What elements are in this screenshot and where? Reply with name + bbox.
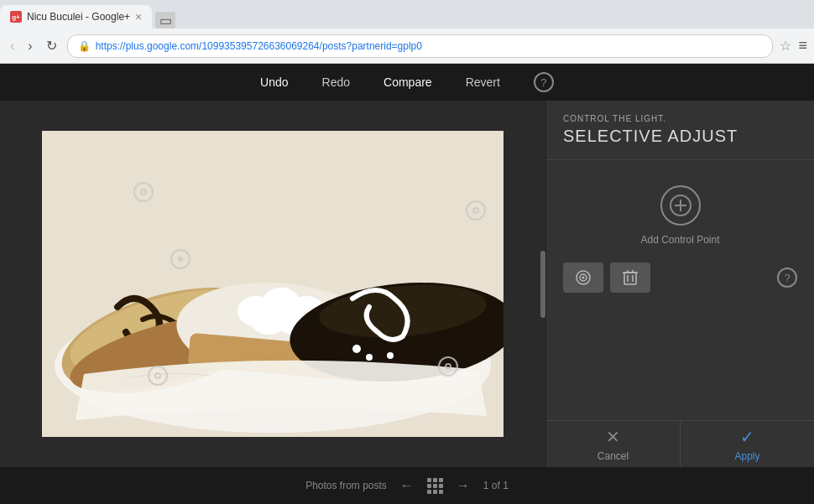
svg-point-14 [352,345,361,353]
cancel-button[interactable]: ✕ Cancel [546,421,681,467]
bottom-bar: Photos from posts ← → 1 of 1 [0,467,814,504]
revert-button[interactable]: Revert [466,75,500,89]
delete-tool-button[interactable] [610,262,650,293]
refresh-button[interactable]: ↻ [43,36,60,55]
grid-view-button[interactable] [427,478,443,494]
apply-button[interactable]: ✓ Apply [681,421,814,467]
url-bar[interactable]: 🔒 https://plus.google.com/10993539572663… [67,34,774,58]
main-area: CONTROL THE LIGHT. SELECTIVE ADJUST Add … [0,101,814,467]
panel-title: SELECTIVE ADJUST [563,127,797,146]
tab-bar: g+ Nicu Buculei - Google+ × ▭ [0,0,814,29]
svg-point-15 [366,354,373,361]
prev-photo-button[interactable]: ← [400,478,414,493]
control-point-1[interactable] [133,182,154,202]
add-control-point-button[interactable]: Add Control Point [640,185,719,246]
svg-rect-23 [624,273,636,284]
ssl-lock-icon: 🔒 [78,40,91,52]
panel-help-button[interactable]: ? [777,268,797,288]
add-control-point-icon [660,185,701,226]
cancel-label: Cancel [597,450,629,462]
tab-title: Nicu Buculei - Google+ [27,11,130,23]
apply-label: Apply [734,450,759,462]
panel-header: CONTROL THE LIGHT. SELECTIVE ADJUST [546,101,814,160]
control-point-4[interactable] [148,366,168,386]
compare-button[interactable]: Compare [384,75,432,89]
tool-row: ? [563,262,797,293]
control-point-3[interactable] [466,200,486,221]
image-area [0,101,545,467]
apply-icon: ✓ [740,427,754,447]
new-tab-button[interactable]: ▭ [155,12,175,29]
active-tab[interactable]: g+ Nicu Buculei - Google+ × [0,5,152,29]
pastry-image [42,131,504,437]
page-count: 1 of 1 [483,480,509,491]
right-panel: CONTROL THE LIGHT. SELECTIVE ADJUST Add … [545,101,814,467]
svg-point-22 [582,277,585,279]
bookmark-star-button[interactable]: ☆ [780,38,791,54]
tab-favicon: g+ [10,11,22,23]
photos-from-posts-label: Photos from posts [305,480,387,491]
control-point-2[interactable] [170,249,190,269]
scrollbar[interactable] [540,251,545,318]
add-control-point-label: Add Control Point [640,234,719,246]
tab-close-button[interactable]: × [135,10,142,23]
edit-toolbar: Undo Redo Compare Revert ? [0,64,814,101]
undo-button[interactable]: Undo [260,75,288,89]
photo-canvas[interactable] [42,131,504,437]
app-body: Undo Redo Compare Revert ? [0,64,814,504]
panel-subtitle: CONTROL THE LIGHT. [563,114,797,123]
control-point-5[interactable] [438,356,458,377]
back-button[interactable]: ‹ [7,37,18,55]
url-text: https://plus.google.com/1099353957266360… [96,40,763,52]
browser-chrome: g+ Nicu Buculei - Google+ × ▭ ‹ › ↻ 🔒 ht… [0,0,814,64]
browser-menu-button[interactable]: ≡ [798,37,807,55]
forward-button[interactable]: › [24,37,35,55]
svg-point-16 [387,352,394,359]
next-photo-button[interactable]: → [457,478,470,493]
redo-button[interactable]: Redo [322,75,350,89]
panel-footer: ✕ Cancel ✓ Apply [546,420,814,467]
panel-content: Add Control Point [546,160,814,420]
toolbar-help-button[interactable]: ? [534,72,554,92]
address-bar: ‹ › ↻ 🔒 https://plus.google.com/10993539… [0,29,814,64]
target-tool-button[interactable] [563,262,603,293]
cancel-icon: ✕ [606,427,620,447]
